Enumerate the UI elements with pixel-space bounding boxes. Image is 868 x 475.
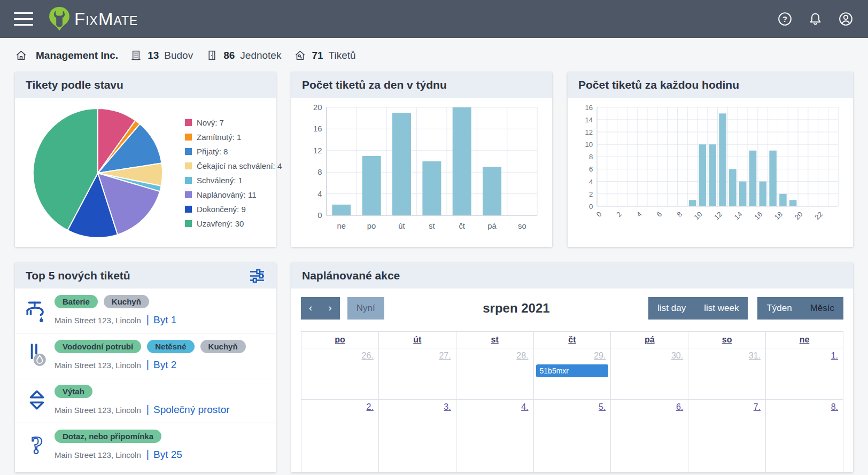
user-icon: [838, 11, 854, 27]
calendar-day-cell[interactable]: 30.: [611, 348, 688, 399]
calendar-today-button[interactable]: Nyní: [347, 297, 384, 320]
calendar-event[interactable]: 51b5mxr: [536, 364, 609, 377]
bar-17: [769, 151, 777, 206]
separator: |: [146, 448, 149, 461]
calendar-day-cell[interactable]: 31.: [688, 348, 766, 399]
calendar-day-cell[interactable]: 7.: [688, 399, 766, 472]
app-logo[interactable]: FixMate: [48, 6, 138, 32]
card-title: Naplánované akce: [302, 269, 400, 282]
ticket-list-item[interactable]: BaterieKuchyňMain Street 123, Lincoln|By…: [15, 289, 276, 333]
calendar-day-cell[interactable]: 5.: [533, 399, 611, 472]
calendar-weekday-link[interactable]: pá: [645, 335, 655, 344]
bar-19: [789, 200, 797, 206]
legend-item: Naplánováný: 11: [185, 190, 282, 199]
svg-text:18: 18: [773, 210, 784, 221]
separator: |: [146, 314, 149, 326]
help-button[interactable]: ?: [777, 11, 793, 27]
card-header: Počet tiketů za každou hodinu: [568, 72, 853, 98]
account-button[interactable]: [838, 11, 854, 27]
stat-tickets-value: 71: [312, 50, 323, 61]
calendar-date-link[interactable]: 1.: [766, 349, 842, 361]
view-month-button[interactable]: Měsíc: [801, 297, 843, 320]
svg-text:16: 16: [753, 210, 764, 221]
calendar-date-link[interactable]: 26.: [302, 349, 378, 361]
calendar-date-link[interactable]: 30.: [611, 349, 687, 361]
calendar-weekday-header: so: [688, 331, 766, 348]
calendar-day-cell[interactable]: 4.: [456, 399, 533, 472]
calendar-date-link[interactable]: 5.: [534, 400, 610, 412]
legend-swatch: [185, 191, 192, 198]
calendar-weekday-header: st: [456, 331, 533, 348]
calendar-date-link[interactable]: 29.: [534, 349, 610, 361]
ticket-unit-link[interactable]: Byt 1: [153, 314, 176, 326]
bell-icon: [807, 11, 824, 27]
calendar-day-cell[interactable]: 2.: [301, 399, 379, 472]
ticket-content: VýtahMain Street 123, Lincoln|Společný p…: [55, 385, 230, 416]
card-top5-tickets: Top 5 nových tiketů Bat: [15, 263, 276, 472]
calendar-weekday-link[interactable]: čt: [568, 335, 576, 344]
calendar-weekday-link[interactable]: po: [335, 335, 345, 344]
calendar-date-link[interactable]: 8.: [766, 400, 842, 412]
stat-buildings-label: Budov: [164, 50, 193, 61]
calendar-day-cell[interactable]: 27.: [378, 348, 456, 399]
filter-button[interactable]: [249, 269, 265, 283]
legend-swatch: [185, 148, 192, 155]
ticket-list-item[interactable]: VýtahMain Street 123, Lincoln|Společný p…: [15, 378, 276, 423]
card-header: Počet tiketů za den v týdnu: [291, 72, 552, 98]
svg-text:8: 8: [589, 153, 593, 161]
legend-label: Naplánováný: 11: [197, 190, 256, 199]
calendar-day-cell[interactable]: 1.: [766, 348, 843, 399]
calendar-date-link[interactable]: 31.: [689, 349, 765, 361]
svg-text:4: 4: [589, 178, 593, 186]
calendar-next-button[interactable]: ›: [320, 297, 339, 320]
pie-chart-area: Nový: 7Zamítnutý: 1Přijatý: 8Čekající na…: [15, 98, 276, 247]
ticket-unit-link[interactable]: Byt 25: [153, 449, 182, 461]
ticket-list-item[interactable]: Vodovodní potrubíNetěsnéKuchyňMain Stree…: [15, 333, 276, 378]
ticket-tags: Vodovodní potrubíNetěsnéKuchyň: [55, 340, 246, 353]
calendar-weekday-header: čt: [533, 331, 611, 348]
sliders-icon: [249, 269, 265, 283]
home-button[interactable]: [15, 49, 27, 61]
ticket-unit-link[interactable]: Byt 2: [153, 359, 176, 371]
calendar-date-link[interactable]: 27.: [379, 349, 455, 361]
view-list-day-button[interactable]: list day: [648, 297, 695, 320]
svg-text:6: 6: [655, 210, 664, 219]
dashboard: Tikety podle stavu Nový: 7Zamítnutý: 1Př…: [0, 72, 868, 472]
calendar-day-cell[interactable]: 3.: [378, 399, 456, 472]
view-list-week-button[interactable]: list week: [695, 297, 748, 320]
calendar-day-cell[interactable]: 28.: [456, 348, 533, 399]
legend-label: Uzavřený: 30: [197, 219, 244, 228]
stat-buildings: 13 Budov: [130, 49, 193, 61]
calendar-weekday-link[interactable]: ne: [800, 335, 810, 344]
menu-button[interactable]: [14, 12, 33, 26]
ticket-tag: Dotaz, nebo připomínka: [55, 430, 161, 443]
ticket-unit-link[interactable]: Společný prostor: [153, 404, 230, 416]
calendar-date-link[interactable]: 28.: [457, 349, 533, 361]
calendar-weekday-link[interactable]: so: [722, 335, 732, 344]
calendar-weekday-link[interactable]: út: [413, 335, 421, 344]
ticket-list-item[interactable]: ? Dotaz, nebo připomínkaMain Street 123,…: [15, 423, 276, 468]
calendar-date-link[interactable]: 2.: [302, 400, 378, 412]
hourly-bar-chart: 02468101214160246810121416182022: [576, 102, 844, 242]
separator: |: [146, 359, 149, 371]
ticket-content: Vodovodní potrubíNetěsnéKuchyňMain Stree…: [55, 340, 246, 371]
stat-tickets-label: Tiketů: [329, 50, 356, 61]
ticket-location: Main Street 123, Lincoln|Byt 2: [55, 359, 246, 371]
calendar-date-link[interactable]: 7.: [689, 400, 765, 412]
card-title: Počet tiketů za každou hodinu: [578, 79, 739, 91]
calendar-weekday-link[interactable]: st: [491, 335, 498, 344]
calendar-day-cell[interactable]: 26.: [301, 348, 379, 399]
calendar-date-link[interactable]: 4.: [457, 400, 533, 412]
svg-text:čt: čt: [459, 222, 465, 230]
calendar-prev-button[interactable]: ‹: [301, 297, 320, 320]
calendar-date-link[interactable]: 3.: [379, 400, 455, 412]
calendar-day-cell[interactable]: 8.: [766, 399, 843, 472]
calendar-day-cell[interactable]: 6.: [611, 399, 688, 472]
calendar-day-cell[interactable]: 29.51b5mxr: [533, 348, 611, 399]
notifications-button[interactable]: [807, 11, 824, 27]
calendar-weekday-header: út: [378, 331, 456, 348]
view-week-button[interactable]: Týden: [757, 297, 801, 320]
calendar-date-link[interactable]: 6.: [611, 400, 687, 412]
weekday-chart-area: 048121620nepoútstčtpáso: [291, 98, 552, 244]
stat-units-label: Jednotek: [240, 50, 281, 61]
